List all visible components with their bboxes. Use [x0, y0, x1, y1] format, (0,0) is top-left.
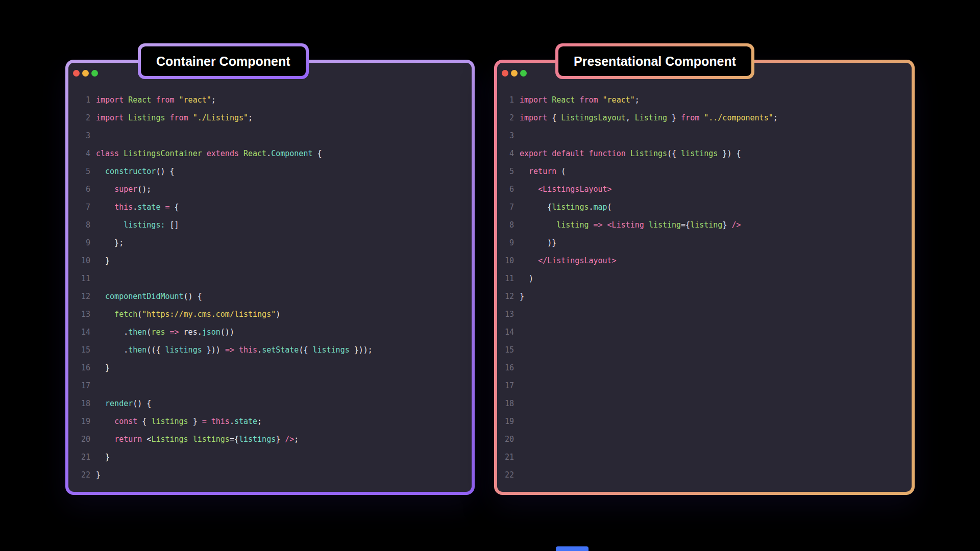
code-line: 6 <ListingsLayout>	[497, 181, 912, 198]
code-line: 11	[68, 270, 472, 288]
code-text: class ListingsContainer extends React.Co…	[96, 145, 322, 163]
code-line: 14 .then(res => res.json())	[68, 323, 472, 341]
line-number: 8	[497, 216, 514, 234]
line-number: 2	[497, 109, 514, 127]
code-text: {listings.map(	[520, 198, 612, 216]
code-line: 22	[497, 466, 912, 484]
code-line: 16	[497, 359, 912, 377]
line-number: 11	[68, 270, 90, 288]
code-line: 7 this.state = {	[68, 198, 472, 216]
container-editor-surface: 1import React from "react";2import Listi…	[68, 63, 472, 492]
code-line: 20 return <Listings listings={listings} …	[68, 431, 472, 448]
code-line: 13 fetch("https://my.cms.com/listings")	[68, 306, 472, 323]
line-number: 20	[497, 431, 514, 448]
presentational-title-label: Presentational Component	[558, 46, 751, 76]
code-text: )}	[520, 234, 556, 252]
line-number: 16	[497, 359, 514, 377]
code-line: 10 </ListingsLayout>	[497, 252, 912, 270]
line-number: 16	[68, 359, 90, 377]
maximize-button-icon[interactable]	[520, 70, 527, 77]
code-line: 19	[497, 413, 912, 431]
code-text: }	[96, 252, 110, 270]
line-number: 22	[497, 466, 514, 484]
line-number: 22	[68, 466, 90, 484]
container-title-label: Container Component	[141, 46, 306, 76]
desktop-background: Container Component 1import React from "…	[0, 0, 980, 551]
code-text: )	[520, 270, 533, 288]
line-number: 6	[68, 181, 90, 198]
line-number: 4	[68, 145, 90, 163]
line-number: 3	[497, 127, 514, 145]
code-line: 13	[497, 306, 912, 323]
code-line: 3	[497, 127, 912, 145]
line-number: 18	[497, 395, 514, 413]
code-text: import { ListingsLayout, Listing } from …	[520, 109, 778, 127]
code-text: }	[96, 448, 110, 466]
code-line: 15 .then(({ listings })) => this.setStat…	[68, 341, 472, 359]
minimize-button-icon[interactable]	[511, 70, 518, 77]
code-text: .then(res => res.json())	[96, 323, 234, 341]
code-text: }	[96, 466, 101, 484]
code-line: 4export default function Listings({ list…	[497, 145, 912, 163]
line-number: 21	[497, 448, 514, 466]
code-line: 8 listing => <Listing listing={listing} …	[497, 216, 912, 234]
maximize-button-icon[interactable]	[91, 70, 98, 77]
code-text: import React from "react";	[520, 91, 640, 109]
line-number: 12	[68, 288, 90, 306]
line-number: 17	[68, 377, 90, 395]
code-line: 9 };	[68, 234, 472, 252]
container-component-window: Container Component 1import React from "…	[65, 60, 475, 495]
code-line: 21 }	[68, 448, 472, 466]
presentational-component-window: Presentational Component 1import React f…	[494, 60, 915, 495]
container-code-area: 1import React from "react";2import Listi…	[68, 91, 472, 484]
code-text: }	[96, 359, 110, 377]
window-controls	[73, 70, 98, 77]
line-number: 20	[68, 431, 90, 448]
code-text: const { listings } = this.state;	[96, 413, 262, 431]
code-line: 16 }	[68, 359, 472, 377]
code-line: 18	[497, 395, 912, 413]
line-number: 1	[68, 91, 90, 109]
code-line: 15	[497, 341, 912, 359]
line-number: 17	[497, 377, 514, 395]
code-line: 18 render() {	[68, 395, 472, 413]
minimize-button-icon[interactable]	[82, 70, 89, 77]
code-text: import Listings from "./Listings";	[96, 109, 253, 127]
code-text: };	[96, 234, 124, 252]
code-text: import React from "react";	[96, 91, 216, 109]
code-line: 19 const { listings } = this.state;	[68, 413, 472, 431]
close-button-icon[interactable]	[502, 70, 508, 77]
presentational-title-badge: Presentational Component	[555, 43, 754, 79]
line-number: 9	[497, 234, 514, 252]
code-line: 14	[497, 323, 912, 341]
code-text: fetch("https://my.cms.com/listings")	[96, 306, 280, 323]
code-line: 22}	[68, 466, 472, 484]
code-text: listing => <Listing listing={listing} />	[520, 216, 741, 234]
line-number: 2	[68, 109, 90, 127]
code-text: constructor() {	[96, 163, 175, 181]
line-number: 7	[68, 198, 90, 216]
line-number: 18	[68, 395, 90, 413]
line-number: 15	[68, 341, 90, 359]
presentational-editor-surface: 1import React from "react";2import { Lis…	[497, 63, 912, 492]
code-text: .then(({ listings })) => this.setState({…	[96, 341, 373, 359]
code-line: 17	[68, 377, 472, 395]
code-line: 2import { ListingsLayout, Listing } from…	[497, 109, 912, 127]
presentational-code-area: 1import React from "react";2import { Lis…	[497, 91, 912, 484]
code-line: 2import Listings from "./Listings";	[68, 109, 472, 127]
line-number: 8	[68, 216, 90, 234]
code-line: 10 }	[68, 252, 472, 270]
code-line: 11 )	[497, 270, 912, 288]
line-number: 14	[497, 323, 514, 341]
line-number: 6	[497, 181, 514, 198]
code-line: 1import React from "react";	[497, 91, 912, 109]
close-button-icon[interactable]	[73, 70, 80, 77]
bottom-peek-element	[556, 546, 589, 551]
code-line: 8 listings: []	[68, 216, 472, 234]
code-text: }	[520, 288, 524, 306]
line-number: 5	[497, 163, 514, 181]
code-line: 5 return (	[497, 163, 912, 181]
code-text: </ListingsLayout>	[520, 252, 617, 270]
code-line: 9 )}	[497, 234, 912, 252]
line-number: 12	[497, 288, 514, 306]
